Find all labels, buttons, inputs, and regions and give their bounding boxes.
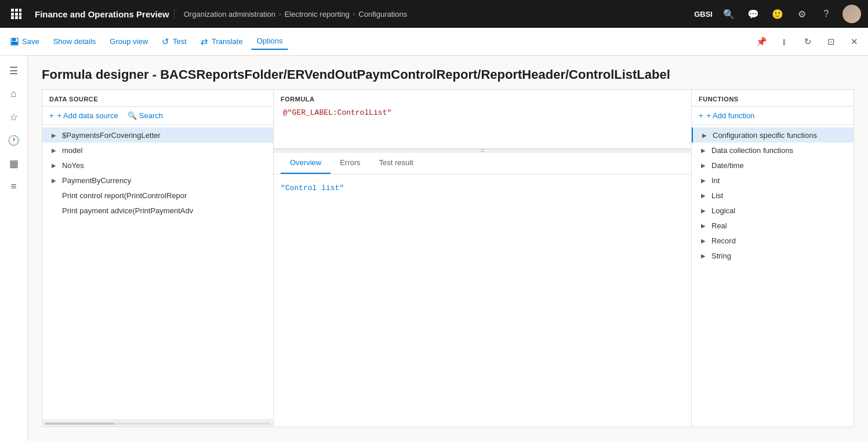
help-icon[interactable]: ?: [818, 6, 834, 22]
fn-item-record[interactable]: ▶ Record: [692, 233, 854, 248]
fn-item-int[interactable]: ▶ Int: [692, 173, 854, 188]
plus-fn-icon: +: [699, 111, 703, 120]
chevron-logical: ▶: [699, 206, 708, 215]
search-ds-icon: 🔍: [128, 111, 137, 120]
overview-result-value: "Control list": [281, 184, 344, 192]
tree-item-model[interactable]: ▶ model: [42, 143, 273, 158]
tree-item-payments[interactable]: ▶ $PaymentsForCoveringLetter: [42, 127, 273, 143]
chevron-string: ▶: [699, 251, 708, 260]
refresh-icon[interactable]: ↻: [798, 32, 817, 51]
datasource-scroll-thumb: [45, 422, 114, 425]
tab-test-result[interactable]: Test result: [370, 152, 423, 174]
search-datasource-button[interactable]: 🔍 Search: [128, 111, 163, 120]
functions-header: FUNCTIONS: [692, 90, 854, 107]
datasource-tree: ▶ $PaymentsForCoveringLetter ▶ model ▶ N…: [42, 125, 273, 420]
breadcrumb-sep-2: ›: [353, 10, 355, 17]
settings-icon[interactable]: ⚙: [794, 6, 810, 22]
test-button[interactable]: ↺ Test: [156, 33, 193, 50]
fn-item-datetime[interactable]: ▶ Date/time: [692, 158, 854, 173]
functions-panel: FUNCTIONS + + Add function ▶ Configurati…: [692, 89, 854, 427]
nav-modules-icon[interactable]: ≡: [3, 176, 24, 197]
smiley-icon[interactable]: 🙂: [769, 6, 786, 22]
test-icon: ↺: [162, 37, 169, 47]
left-nav: ☰ ⌂ ☆ 🕐 ▦ ≡: [0, 56, 28, 441]
chevron-noyes: ▶: [49, 161, 59, 170]
chevron-real: ▶: [699, 221, 708, 230]
nav-recent-icon[interactable]: 🕐: [3, 130, 24, 151]
fn-item-real[interactable]: ▶ Real: [692, 218, 854, 233]
avatar[interactable]: [842, 5, 861, 23]
chat-icon[interactable]: 💬: [745, 6, 761, 22]
svg-rect-0: [11, 9, 14, 12]
translate-button[interactable]: ⇄ Translate: [195, 33, 249, 50]
group-view-button[interactable]: Group view: [104, 34, 154, 49]
fn-item-list[interactable]: ▶ List: [692, 188, 854, 203]
save-button[interactable]: Save: [5, 34, 45, 49]
breadcrumb-item-config[interactable]: Configurations: [358, 10, 407, 19]
chevron-payments: ▶: [49, 130, 59, 140]
functions-tree: ▶ Configuration specific functions ▶ Dat…: [692, 125, 854, 427]
tree-item-payment-by-currency[interactable]: ▶ PaymentByCurrency: [42, 173, 273, 188]
tab-overview[interactable]: Overview: [281, 152, 331, 174]
svg-rect-11: [12, 42, 17, 45]
datasource-panel: DATA SOURCE + + Add data source 🔍 Search…: [42, 89, 274, 427]
show-details-button[interactable]: Show details: [48, 34, 102, 49]
chevron-config-specific: ▶: [700, 130, 709, 140]
plus-icon: +: [49, 111, 54, 120]
designer-area: DATA SOURCE + + Add data source 🔍 Search…: [28, 89, 868, 441]
chevron-int: ▶: [699, 176, 708, 185]
save-icon: [10, 38, 19, 46]
toolbar: Save Show details Group view ↺ Test ⇄ Tr…: [0, 28, 868, 56]
fn-item-logical[interactable]: ▶ Logical: [692, 203, 854, 218]
tree-item-noyes[interactable]: ▶ NoYes: [42, 158, 273, 173]
breadcrumb-item-org[interactable]: Organization administration: [184, 10, 275, 19]
svg-rect-10: [12, 38, 16, 41]
fn-item-config-specific[interactable]: ▶ Configuration specific functions: [692, 127, 854, 143]
chevron-datetime: ▶: [699, 161, 708, 170]
pin-icon[interactable]: 📌: [752, 32, 771, 51]
fn-item-data-collection[interactable]: ▶ Data collection functions: [692, 143, 854, 158]
nav-favorites-icon[interactable]: ☆: [3, 107, 24, 127]
app-title: Finance and Operations Preview: [30, 9, 175, 19]
svg-rect-1: [15, 9, 18, 12]
add-function-button[interactable]: + + Add function: [699, 111, 754, 120]
expand-columns-icon[interactable]: ⫿: [775, 32, 794, 51]
overview-content: "Control list": [274, 174, 691, 427]
svg-rect-2: [19, 9, 21, 12]
nav-workspaces-icon[interactable]: ▦: [3, 153, 24, 174]
datasource-scrollbar[interactable]: [42, 420, 273, 427]
page-body: Formula designer - BACSReportsFolder/ERV…: [28, 56, 868, 441]
breadcrumb: Organization administration › Electronic…: [184, 10, 689, 19]
tree-item-print-control[interactable]: ▶ Print control report(PrintControlRepor: [42, 188, 273, 203]
nav-home-icon[interactable]: ⌂: [3, 83, 24, 104]
svg-rect-4: [15, 13, 18, 16]
page-title: Formula designer - BACSReportsFolder/ERV…: [28, 56, 868, 89]
functions-toolbar: + + Add function: [692, 107, 854, 125]
fn-item-string[interactable]: ▶ String: [692, 248, 854, 263]
close-icon[interactable]: ✕: [845, 32, 863, 51]
search-icon[interactable]: 🔍: [721, 6, 737, 22]
datasource-scroll-track: [45, 422, 271, 425]
formula-section: FORMULA: [274, 90, 691, 149]
app-menu-icon[interactable]: [7, 5, 26, 23]
top-nav-bar: Finance and Operations Preview Organizat…: [0, 0, 868, 28]
svg-rect-8: [19, 16, 21, 19]
center-area: FORMULA = Overview Errors Test result "C…: [274, 89, 692, 427]
formula-editor[interactable]: [281, 106, 684, 141]
datasource-toolbar: + + Add data source 🔍 Search: [42, 107, 273, 125]
tab-errors[interactable]: Errors: [331, 152, 369, 174]
tree-item-print-payment[interactable]: ▶ Print payment advice(PrintPaymentAdv: [42, 203, 273, 218]
datasource-header: DATA SOURCE: [42, 90, 273, 107]
svg-rect-7: [15, 16, 18, 19]
overview-tabs: Overview Errors Test result: [274, 152, 691, 174]
toolbar-right-actions: 📌 ⫿ ↻ ⊡ ✕: [752, 32, 863, 51]
breadcrumb-item-er[interactable]: Electronic reporting: [285, 10, 350, 19]
new-window-icon[interactable]: ⊡: [822, 32, 840, 51]
svg-rect-5: [19, 13, 21, 16]
org-code: GBSI: [694, 10, 713, 19]
chevron-list: ▶: [699, 191, 708, 200]
chevron-data-collection: ▶: [699, 145, 708, 155]
add-datasource-button[interactable]: + + Add data source: [49, 111, 118, 120]
nav-menu-icon[interactable]: ☰: [3, 60, 24, 81]
options-button[interactable]: Options: [251, 33, 289, 50]
